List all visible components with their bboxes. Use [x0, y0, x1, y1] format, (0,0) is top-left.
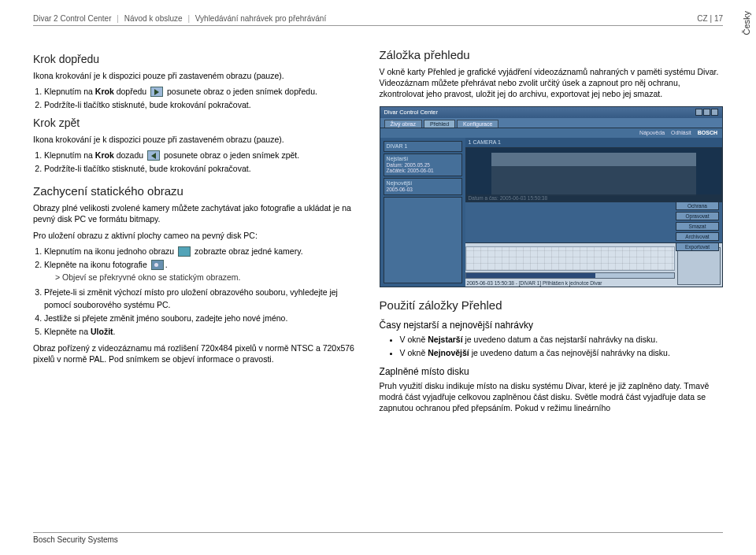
- list-item: Klepněte na ikonu fotografie . > Objeví …: [44, 259, 361, 283]
- left-column: Krok dopředu Ikona krokování je k dispoz…: [33, 48, 361, 418]
- app-body: DIVAR 1 Nejstarší Datum: 2005.05.25 Začá…: [380, 138, 722, 287]
- verify-button[interactable]: Opravovat: [676, 212, 719, 220]
- close-icon[interactable]: [711, 109, 718, 116]
- cameo-caption: Datum a čas: 2005-06-03 15:50:38: [466, 194, 721, 202]
- step-forward-icon: [150, 87, 163, 97]
- language-side-tab: Česky: [742, 11, 751, 35]
- list-item: V okně Nejnovější je uvedeno datum a čas…: [400, 347, 723, 358]
- maximize-icon[interactable]: [703, 109, 710, 116]
- camera-icon: [151, 260, 164, 270]
- divar-label: DIVAR 1: [387, 143, 459, 149]
- heading-disk-usage: Zaplněné místo disku: [380, 366, 723, 377]
- list-item: Přejete-li si změnit výchozí místo pro u…: [44, 287, 361, 310]
- step-back-list: Klepnutím na Krok dozadu posunete obraz …: [44, 150, 361, 175]
- right-column: Záložka přehledu V okně karty Přehled je…: [380, 48, 723, 418]
- panel-title: Nejnovější: [387, 180, 459, 186]
- capture-intro: Obrazy plné velikosti zvolené kamery můž…: [33, 202, 361, 224]
- export-button[interactable]: Exportovat: [676, 242, 719, 251]
- panel-calendar[interactable]: [384, 197, 462, 283]
- breadcrumb: Divar 2 Control Center | Návod k obsluze…: [33, 14, 326, 23]
- window-title: Divar Control Center: [384, 109, 438, 116]
- tab-config[interactable]: Konfigurace: [457, 120, 498, 128]
- heading-capture: Zachycení statického obrazu: [33, 184, 361, 198]
- heading-step-forward: Krok dopředu: [33, 53, 361, 65]
- list-item: Podržíte-li tlačítko stisknuté, bude kro…: [44, 99, 361, 111]
- list-item: Klepnutím na Krok dozadu posunete obraz …: [44, 150, 361, 161]
- video-placeholder: [491, 153, 696, 195]
- single-view-icon: [178, 246, 191, 257]
- list-item: Jestliže si přejete změnit jméno souboru…: [44, 313, 361, 324]
- capture-steps-intro: Pro uložení obrazu z aktivní plochy came…: [33, 230, 361, 241]
- list-item: Klepněte na Uložit.: [44, 326, 361, 338]
- crumb-section: Vyhledávání nahrávek pro přehrávání: [195, 14, 326, 23]
- step-fwd-list: Klepnutím na Krok dopředu posunete obraz…: [44, 86, 361, 111]
- crumb-product: Divar 2 Control Center: [33, 14, 111, 23]
- list-item: Klepnutím na ikonu jednoho obrazu zobraz…: [44, 246, 361, 257]
- step-fwd-note: Ikona krokování je k dispozici pouze při…: [33, 70, 361, 81]
- page-header: Divar 2 Control Center | Návod k obsluze…: [33, 14, 723, 26]
- heading-step-back: Krok zpět: [33, 117, 361, 129]
- page-footer: Bosch Security Systems: [33, 532, 723, 544]
- lang-code: CZ: [697, 14, 707, 23]
- page-number: 17: [714, 14, 723, 23]
- overview-desc: V okně karty Přehled je grafické vyjádře…: [380, 66, 723, 100]
- panel-title: Nejstarší: [387, 156, 459, 161]
- timeline-grid[interactable]: [465, 246, 675, 271]
- app-toolbar: Nápověda Odhlásit BOSCH: [380, 128, 722, 138]
- panel-divar: DIVAR 1: [384, 141, 462, 152]
- tab-live[interactable]: Živý obraz: [384, 120, 422, 128]
- capture-steps: Klepnutím na ikonu jednoho obrazu zobraz…: [44, 246, 361, 339]
- tab-overview[interactable]: Přehled: [424, 120, 455, 128]
- crumb-doc: Návod k obsluze: [124, 14, 183, 23]
- footer-rule: [33, 532, 723, 533]
- protect-button[interactable]: Ochrana: [676, 202, 719, 210]
- panel-oldest: Nejstarší Datum: 2005.05.25 Začátek: 200…: [384, 154, 462, 177]
- crumb-sep: |: [187, 14, 190, 23]
- hdr-sep: |: [710, 14, 712, 23]
- app-screenshot: Divar Control Center Živý obraz Přehled …: [380, 106, 723, 287]
- recording-times-list: V okně Nejstarší je uvedeno datum a čas …: [400, 334, 723, 358]
- step-back-icon: [147, 150, 160, 161]
- camera-label: 1 CAMERA 1: [469, 139, 501, 145]
- camera-header: 1 CAMERA 1: [465, 138, 722, 147]
- minimize-icon[interactable]: [695, 109, 702, 116]
- disk-usage-desc: Pruh využití disku indikuje místo na dis…: [380, 380, 723, 414]
- panel-newest: Nejnovější 2005-06-03: [384, 178, 462, 195]
- zoom-slider[interactable]: [677, 247, 721, 285]
- list-item: Klepnutím na Krok dopředu posunete obraz…: [44, 86, 361, 98]
- status-bar: 2005-06-03 15:50:38 - [DIVAR 1] Přihláše…: [467, 280, 602, 286]
- capture-resolution-note: Obraz pořízený z videozáznamu má rozliše…: [33, 342, 361, 364]
- heading-use-overview: Použití záložky Přehled: [380, 298, 723, 312]
- action-buttons: Ochrana Opravovat Smazat Archivovat Expo…: [676, 202, 719, 251]
- disk-usage-bar: [465, 272, 675, 279]
- toolbar-logout[interactable]: Odhlásit: [671, 130, 691, 135]
- footer-brand: Bosch Security Systems: [33, 535, 118, 544]
- header-right: CZ | 17: [697, 14, 723, 23]
- capture-substep: > Objeví se překryvné okno se statickým …: [55, 272, 361, 283]
- list-item: V okně Nejstarší je uvedeno datum a čas …: [400, 334, 723, 345]
- archive-button[interactable]: Archivovat: [676, 232, 719, 241]
- app-tabs: Živý obraz Přehled Konfigurace: [380, 118, 722, 128]
- heading-overview-tab: Záložka přehledu: [380, 48, 723, 61]
- heading-recording-times: Časy nejstarší a nejnovější nahrávky: [380, 320, 723, 331]
- disk-filled: [466, 273, 595, 278]
- brand-label: BOSCH: [698, 130, 717, 135]
- delete-button[interactable]: Smazat: [676, 222, 719, 231]
- window-titlebar: Divar Control Center: [380, 107, 722, 118]
- list-item: Podržíte-li tlačítko stisknuté, bude kro…: [44, 163, 361, 175]
- video-cameo[interactable]: Datum a čas: 2005-06-03 15:50:38: [465, 147, 722, 202]
- crumb-sep: |: [117, 14, 119, 23]
- window-buttons: [695, 109, 718, 116]
- toolbar-help[interactable]: Nápověda: [639, 130, 665, 135]
- two-column-layout: Krok dopředu Ikona krokování je k dispoz…: [33, 48, 723, 418]
- app-sidepane: DIVAR 1 Nejstarší Datum: 2005.05.25 Začá…: [380, 138, 465, 287]
- step-back-note: Ikona krokování je k dispozici pouze při…: [33, 134, 361, 145]
